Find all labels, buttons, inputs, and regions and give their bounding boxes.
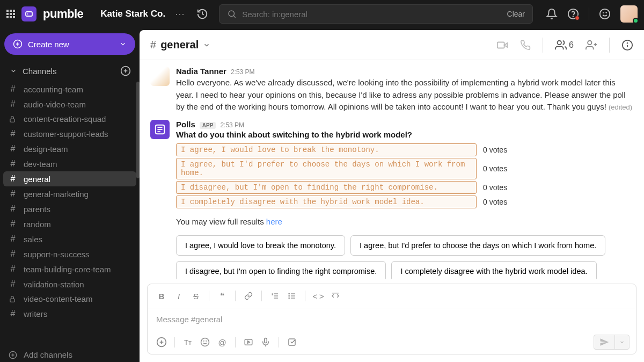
svg-point-40 bbox=[289, 295, 289, 296]
sidebar-channel-customer-support-leads[interactable]: #customer-support-leads bbox=[0, 126, 140, 141]
quote-button[interactable]: ❝ bbox=[215, 288, 230, 303]
member-count[interactable]: 6 bbox=[555, 39, 574, 51]
poll-option-row: I agree, but I'd prefer to choose the da… bbox=[176, 158, 633, 179]
sidebar-channel-general[interactable]: #general bbox=[3, 171, 136, 186]
history-icon[interactable] bbox=[196, 8, 208, 20]
sidebar-channel-design-team[interactable]: #design-team bbox=[0, 141, 140, 156]
sidebar-channel-support-n-success[interactable]: #support-n-success bbox=[0, 247, 140, 262]
strikethrough-button[interactable]: S bbox=[188, 288, 203, 303]
sidebar-channel-team-building-core-team[interactable]: #team-building-core-team bbox=[0, 262, 140, 277]
poll-vote-button[interactable]: I completely disagree with the hybrid wo… bbox=[391, 261, 596, 279]
poll-options: I agree, I would love to break the monot… bbox=[176, 143, 633, 208]
emoji-icon[interactable] bbox=[599, 8, 611, 20]
svg-point-39 bbox=[289, 293, 289, 294]
polls-app-icon[interactable] bbox=[150, 120, 170, 139]
poll-option-bar: I disagree, but I'm open to finding the … bbox=[176, 181, 477, 194]
create-new-button[interactable]: Create new bbox=[4, 33, 135, 55]
poll-vote-buttons: I agree, I would love to break the monot… bbox=[176, 235, 633, 279]
code-button[interactable]: < > bbox=[311, 288, 326, 303]
composer-input[interactable]: Message #general bbox=[148, 308, 636, 330]
link-button[interactable] bbox=[241, 288, 256, 303]
channel-header: # general 6 bbox=[140, 30, 644, 60]
sidebar-channel-audio-video-team[interactable]: #audio-video-team bbox=[0, 97, 140, 112]
sidebar-scrollbar[interactable] bbox=[136, 82, 140, 178]
channel-label: content-creation-squad bbox=[24, 114, 106, 124]
help-icon[interactable] bbox=[567, 8, 579, 20]
workspace-name[interactable]: Katie Stark Co. bbox=[100, 9, 165, 19]
poll-votes: 0 votes bbox=[483, 146, 507, 154]
sidebar-channel-dev-team[interactable]: #dev-team bbox=[0, 156, 140, 171]
search-icon bbox=[227, 9, 237, 19]
message-composer: B I S ❝ < > Message #general Tт @ bbox=[147, 284, 636, 354]
audio-button[interactable] bbox=[258, 335, 273, 350]
divider bbox=[209, 291, 209, 301]
channels-section-header[interactable]: Channels bbox=[0, 60, 140, 82]
video-button[interactable] bbox=[241, 335, 256, 350]
emoji-button[interactable] bbox=[197, 335, 213, 350]
divider bbox=[174, 337, 175, 347]
channel-info-icon[interactable] bbox=[621, 39, 633, 51]
svg-rect-49 bbox=[245, 339, 252, 345]
send-options-icon[interactable] bbox=[615, 337, 629, 347]
search-box[interactable]: Clear bbox=[219, 4, 533, 24]
poll-vote-button[interactable]: I disagree, but I'm open to finding the … bbox=[176, 261, 386, 279]
hash-icon: # bbox=[9, 264, 17, 274]
poll-results-link[interactable]: here bbox=[266, 217, 282, 226]
sidebar-channel-content-creation-squad[interactable]: content-creation-squad bbox=[0, 112, 140, 126]
mention-button[interactable]: @ bbox=[215, 335, 230, 350]
search-clear-button[interactable]: Clear bbox=[507, 10, 525, 18]
message-author[interactable]: Nadia Tanner bbox=[176, 67, 226, 76]
add-channels-label: Add channels bbox=[24, 350, 72, 359]
avatar[interactable] bbox=[150, 67, 170, 86]
apps-grid-icon[interactable] bbox=[6, 10, 15, 18]
sidebar-channel-random[interactable]: #random bbox=[0, 216, 140, 231]
message-time: 2:53 PM bbox=[231, 68, 255, 76]
sidebar-channel-validation-station[interactable]: #validation-station bbox=[0, 277, 140, 292]
add-channels-button[interactable]: Add channels bbox=[0, 347, 140, 362]
sidebar-channel-accounting-team[interactable]: #accounting-team bbox=[0, 82, 140, 97]
channel-label: audio-video-team bbox=[24, 100, 86, 109]
sidebar-channel-video-content-team[interactable]: video-content-team bbox=[0, 292, 140, 306]
chevron-down-icon bbox=[119, 40, 127, 48]
shortcuts-button[interactable] bbox=[284, 335, 299, 350]
add-member-icon[interactable] bbox=[586, 39, 597, 51]
poll-option-row: I agree, I would love to break the monot… bbox=[176, 143, 633, 156]
video-call-icon[interactable] bbox=[496, 39, 508, 51]
phone-call-icon[interactable] bbox=[520, 40, 531, 50]
sidebar-channel-writers[interactable]: #writers bbox=[0, 306, 140, 321]
workspace-menu-icon[interactable]: ⋯ bbox=[175, 8, 185, 20]
channel-label: customer-support-leads bbox=[24, 129, 108, 139]
channel-label: accounting-team bbox=[24, 85, 83, 94]
sidebar-channel-parents[interactable]: #parents bbox=[0, 201, 140, 216]
ordered-list-button[interactable] bbox=[267, 288, 282, 303]
channel-label: video-content-team bbox=[24, 294, 92, 303]
notifications-icon[interactable] bbox=[546, 8, 558, 20]
divider bbox=[609, 38, 610, 53]
channel-title[interactable]: # general bbox=[150, 39, 210, 51]
search-input[interactable] bbox=[242, 10, 501, 19]
send-icon[interactable] bbox=[594, 335, 615, 349]
italic-button[interactable]: I bbox=[171, 288, 186, 303]
poll-results-link-text: You may view full results here bbox=[176, 216, 633, 228]
add-channel-icon[interactable] bbox=[120, 66, 131, 76]
channel-label: design-team bbox=[24, 144, 68, 154]
attach-button[interactable] bbox=[154, 335, 169, 350]
format-button[interactable]: Tт bbox=[180, 335, 195, 350]
user-avatar[interactable] bbox=[620, 5, 638, 23]
hash-icon: # bbox=[9, 84, 17, 94]
channel-label: team-building-core-team bbox=[24, 265, 111, 274]
sidebar-channel-general-marketing[interactable]: #general-marketing bbox=[0, 186, 140, 201]
message-author[interactable]: Polls bbox=[176, 120, 195, 129]
sidebar-channel-sales[interactable]: #sales bbox=[0, 231, 140, 247]
composer-toolbar: B I S ❝ < > bbox=[148, 284, 636, 308]
notification-badge bbox=[575, 16, 580, 20]
svg-rect-16 bbox=[10, 299, 14, 302]
poll-vote-button[interactable]: I agree, but I'd prefer to choose the da… bbox=[350, 235, 605, 256]
bullet-list-button[interactable] bbox=[284, 288, 299, 303]
svg-point-22 bbox=[558, 40, 561, 44]
channel-label: general-marketing bbox=[24, 190, 89, 199]
send-button[interactable] bbox=[594, 335, 630, 350]
poll-vote-button[interactable]: I agree, I would love to break the monot… bbox=[176, 235, 345, 256]
code-block-button[interactable] bbox=[328, 288, 343, 303]
bold-button[interactable]: B bbox=[154, 288, 169, 303]
